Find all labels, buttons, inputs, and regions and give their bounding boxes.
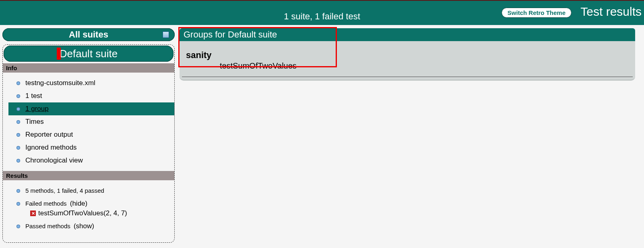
results-list: 5 methods, 1 failed, 4 passed Failed met… bbox=[3, 184, 174, 234]
failed-methods-label: Failed methods bbox=[25, 200, 67, 207]
failed-method-name: testSumOfTwoValues(2, 4, 7) bbox=[38, 209, 127, 217]
groups-body: sanity testSumOfTwoValues bbox=[180, 41, 635, 81]
divider bbox=[182, 77, 633, 77]
info-list: testng-customsuite.xml 1 test 1 group Ti… bbox=[3, 77, 174, 167]
page-title: Test results bbox=[580, 5, 642, 19]
info-section-header: Info bbox=[3, 63, 174, 73]
info-item-group[interactable]: 1 group bbox=[8, 102, 174, 115]
group-method[interactable]: testSumOfTwoValues bbox=[180, 60, 635, 71]
info-item-label: 1 test bbox=[25, 92, 42, 100]
group-name: sanity bbox=[180, 41, 635, 60]
all-suites-header[interactable]: All suites bbox=[2, 28, 175, 41]
fail-indicator-bar bbox=[57, 48, 61, 60]
info-item-label: testng-customsuite.xml bbox=[25, 79, 95, 87]
info-item-label: Chronological view bbox=[25, 156, 83, 164]
default-suite-header[interactable]: Default suite bbox=[4, 46, 173, 62]
fail-icon: ✕ bbox=[30, 210, 36, 216]
info-item-xml[interactable]: testng-customsuite.xml bbox=[17, 77, 174, 90]
results-summary-label: 5 methods, 1 failed, 4 passed bbox=[25, 187, 104, 194]
info-item-ignored[interactable]: Ignored methods bbox=[17, 141, 174, 154]
collapse-icon[interactable] bbox=[163, 31, 169, 38]
info-item-test[interactable]: 1 test bbox=[17, 90, 174, 102]
suite-box: Default suite Info testng-customsuite.xm… bbox=[2, 44, 175, 243]
info-item-label: Times bbox=[25, 118, 44, 125]
left-panel: All suites Default suite Info testng-cus… bbox=[2, 28, 175, 243]
switch-theme-button[interactable]: Switch Retro Theme bbox=[502, 8, 572, 18]
hide-link[interactable]: (hide) bbox=[70, 200, 87, 207]
info-item-chrono[interactable]: Chronological view bbox=[17, 154, 174, 167]
info-item-times[interactable]: Times bbox=[17, 115, 174, 128]
failed-method-row[interactable]: ✕ testSumOfTwoValues(2, 4, 7) bbox=[30, 209, 174, 217]
passed-methods-item[interactable]: Passed methods (show) bbox=[17, 220, 174, 233]
default-suite-label: Default suite bbox=[60, 48, 118, 60]
groups-header: Groups for Default suite bbox=[180, 28, 635, 41]
failed-methods-item[interactable]: Failed methods (hide) ✕ testSumOfTwoValu… bbox=[17, 197, 174, 220]
all-suites-label: All suites bbox=[69, 29, 108, 40]
show-link[interactable]: (show) bbox=[74, 222, 94, 230]
right-panel: Groups for Default suite sanity testSumO… bbox=[180, 28, 635, 81]
info-item-reporter[interactable]: Reporter output bbox=[17, 128, 174, 141]
passed-methods-label: Passed methods bbox=[25, 223, 70, 229]
results-summary[interactable]: 5 methods, 1 failed, 4 passed bbox=[17, 184, 174, 197]
info-item-label: 1 group bbox=[25, 105, 49, 113]
info-item-label: Ignored methods bbox=[25, 144, 77, 151]
info-item-label: Reporter output bbox=[25, 131, 73, 138]
top-bar: 1 suite, 1 failed test Switch Retro Them… bbox=[0, 0, 644, 25]
results-section-header: Results bbox=[3, 171, 174, 180]
